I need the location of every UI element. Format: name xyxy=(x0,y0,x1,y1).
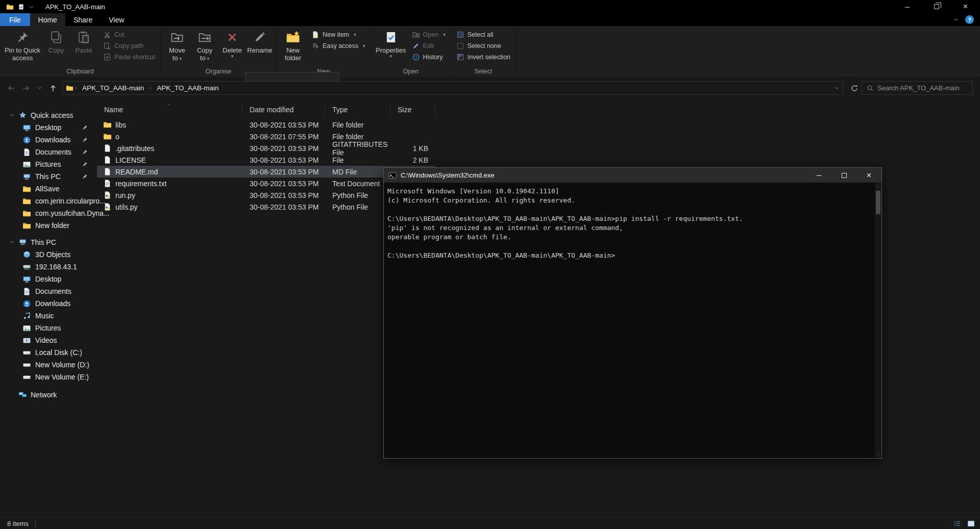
ribbon-group-clipboard: Pin to Quick access Copy Paste Cut xyxy=(0,26,161,77)
drive-icon xyxy=(22,373,31,382)
easy-access-button[interactable]: Easy access▾ xyxy=(309,41,368,51)
terminal-line: C:\Users\BEDANTA\Desktop\APK_TO_AAB-main… xyxy=(387,214,871,223)
sidebar-item-this-pc-quick[interactable]: This PC xyxy=(0,170,97,183)
copy-to-button[interactable]: Copy to▾ xyxy=(191,28,218,63)
tab-share[interactable]: Share xyxy=(65,13,101,26)
group-label-select: Select xyxy=(451,67,516,77)
delete-button[interactable]: Delete ▾ xyxy=(219,28,246,58)
address-dropdown-chevron-icon[interactable] xyxy=(834,85,840,91)
sidebar-item-network-address[interactable]: 192.168.43.1 xyxy=(0,261,97,273)
paste-icon xyxy=(77,31,90,44)
qat-customize-chevron-icon[interactable] xyxy=(29,4,34,10)
cmd-title: C:\Windows\System32\cmd.exe xyxy=(401,171,495,179)
column-header-type[interactable]: Type xyxy=(325,103,390,116)
sidebar-item-new-volume-d[interactable]: New Volume (D:) xyxy=(0,359,97,371)
sidebar-item-documents-pc[interactable]: Documents xyxy=(0,285,97,297)
edit-icon xyxy=(412,42,420,50)
column-header-name[interactable]: Name xyxy=(97,103,242,116)
select-all-button[interactable]: Select all xyxy=(454,30,512,39)
recent-locations-chevron-icon[interactable] xyxy=(37,85,42,91)
breadcrumb-item[interactable]: APK_TO_AAB-main xyxy=(153,84,223,92)
table-row[interactable]: LICENSE 30-08-2021 03:53 PM File 2 KB xyxy=(97,154,435,166)
cmd-maximize-button[interactable] xyxy=(831,168,856,183)
sidebar-item-downloads-pc[interactable]: Downloads xyxy=(0,297,97,310)
copy-to-icon xyxy=(198,30,212,44)
paste-button[interactable]: Paste xyxy=(70,28,97,54)
move-to-button[interactable]: Move to▾ xyxy=(164,28,190,63)
sidebar-item-desktop-pc[interactable]: Desktop xyxy=(0,273,97,285)
new-item-button[interactable]: New item▾ xyxy=(309,30,368,39)
minimize-icon: ─ xyxy=(817,171,821,179)
search-box[interactable] xyxy=(862,81,973,95)
search-input[interactable] xyxy=(877,84,968,92)
address-field[interactable]: APK_TO_AAB-main APK_TO_AAB-main xyxy=(62,81,843,95)
sidebar-item-desktop[interactable]: Desktop xyxy=(0,121,97,134)
folder-icon xyxy=(22,209,31,218)
edit-button[interactable]: Edit xyxy=(410,41,448,51)
refresh-button[interactable] xyxy=(847,84,862,92)
sidebar-section-quick-access[interactable]: Quick access xyxy=(0,109,97,121)
history-button[interactable]: History xyxy=(410,53,448,62)
sidebar-item-com-yusufcihan[interactable]: com.yusufcihan.Dyna... xyxy=(0,207,97,219)
scroll-up-icon[interactable] xyxy=(876,185,880,188)
cmd-title-bar[interactable]: C:\Windows\System32\cmd.exe ─ × xyxy=(384,168,881,183)
properties-button[interactable]: Properties ▾ xyxy=(374,28,408,58)
drive-icon xyxy=(22,348,31,357)
cube-icon xyxy=(22,250,31,259)
sidebar-item-new-folder[interactable]: New folder xyxy=(0,219,97,232)
paste-shortcut-button[interactable]: Paste shortcut xyxy=(101,53,157,62)
tab-file[interactable]: File xyxy=(0,13,30,26)
cmd-close-button[interactable]: × xyxy=(856,168,881,183)
sidebar-section-this-pc[interactable]: This PC xyxy=(0,236,97,248)
forward-icon[interactable] xyxy=(22,84,30,92)
column-header-size[interactable]: Size xyxy=(390,103,435,116)
table-row[interactable]: libs 30-08-2021 03:53 PM File folder xyxy=(97,119,435,131)
sidebar-item-downloads[interactable]: Downloads xyxy=(0,134,97,146)
restore-button[interactable] xyxy=(922,0,951,13)
details-view-button[interactable] xyxy=(952,519,963,528)
sidebar-item-new-volume-e[interactable]: New Volume (E:) xyxy=(0,371,97,383)
sidebar-item-pictures[interactable]: Pictures xyxy=(0,158,97,170)
file-icon xyxy=(103,167,112,176)
close-icon: × xyxy=(867,171,871,180)
cut-button[interactable]: Cut xyxy=(101,30,157,39)
tab-home[interactable]: Home xyxy=(30,13,65,26)
sidebar-item-com-jerin[interactable]: com.jerin.circularpro... xyxy=(0,195,97,207)
sidebar-item-pictures-pc[interactable]: Pictures xyxy=(0,322,97,334)
scroll-down-icon[interactable] xyxy=(876,452,880,456)
table-row[interactable]: .gitattributes 30-08-2021 03:53 PM GITAT… xyxy=(97,142,435,154)
select-none-button[interactable]: Select none xyxy=(454,41,512,51)
pin-to-quick-access-button[interactable]: Pin to Quick access xyxy=(3,28,42,62)
close-button[interactable]: × xyxy=(951,0,980,13)
network-drive-icon xyxy=(22,263,31,271)
sidebar-section-network[interactable]: Network xyxy=(0,388,97,401)
copy-path-button[interactable]: Copy path xyxy=(101,41,157,51)
cmd-minimize-button[interactable]: ─ xyxy=(806,168,831,183)
chevron-down-icon[interactable] xyxy=(9,112,15,118)
sidebar-item-music[interactable]: Music xyxy=(0,310,97,322)
copy-button[interactable]: Copy xyxy=(43,28,69,54)
sidebar-item-allsave[interactable]: AllSave xyxy=(0,183,97,195)
tab-view[interactable]: View xyxy=(101,13,132,26)
column-header-date-modified[interactable]: Date modified xyxy=(242,103,325,116)
chevron-down-icon[interactable] xyxy=(9,239,15,245)
thumbnails-view-button[interactable] xyxy=(966,519,976,528)
minimize-ribbon-icon[interactable] xyxy=(953,17,959,22)
up-icon[interactable] xyxy=(49,84,57,92)
sidebar-item-videos[interactable]: Videos xyxy=(0,334,97,346)
sidebar-item-local-disk-c[interactable]: Local Disk (C:) xyxy=(0,346,97,359)
help-icon[interactable]: ? xyxy=(965,15,974,24)
new-folder-button[interactable]: New folder xyxy=(280,28,306,62)
title-bar[interactable]: APK_TO_AAB-main ─ × xyxy=(0,0,980,13)
open-button[interactable]: Open▾ xyxy=(410,30,448,39)
scrollbar[interactable] xyxy=(875,183,881,458)
rename-button[interactable]: Rename xyxy=(247,28,273,54)
minimize-button[interactable]: ─ xyxy=(893,0,922,13)
sidebar-item-documents[interactable]: Documents xyxy=(0,146,97,158)
sidebar-item-3d-objects[interactable]: 3D Objects xyxy=(0,248,97,261)
back-icon[interactable] xyxy=(7,84,15,92)
invert-selection-button[interactable]: Invert selection xyxy=(454,53,512,62)
scrollbar-thumb[interactable] xyxy=(876,191,880,214)
quick-access-toolbar-icon[interactable] xyxy=(18,4,24,10)
breadcrumb-item[interactable]: APK_TO_AAB-main xyxy=(78,84,148,92)
